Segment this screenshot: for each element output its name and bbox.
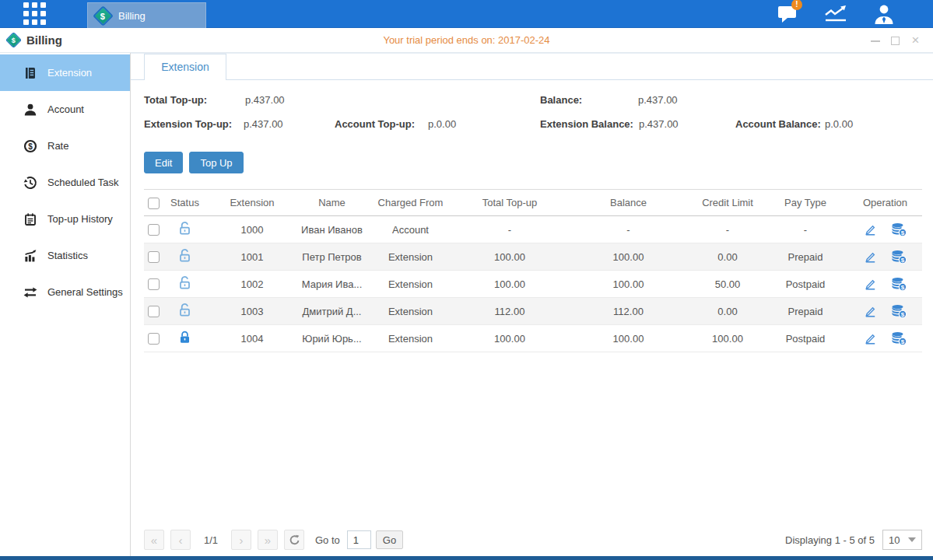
last-page-button[interactable]: »: [258, 530, 278, 550]
sidebar-item-account[interactable]: Account: [0, 91, 130, 128]
top-up-button[interactable]: Top Up: [189, 152, 243, 173]
status-locked-icon: [177, 330, 192, 345]
table-row: 1003 Дмитрий Д... Extension 112.00 112.0…: [144, 298, 922, 325]
taskbar-tab-label: Billing: [118, 10, 146, 22]
table-row: 1004 Юрий Юрь... Extension 100.00 100.00…: [144, 325, 922, 352]
col-total-topup: Total Top-up: [455, 190, 564, 216]
col-status: Status: [163, 190, 206, 216]
col-charged-from: Charged From: [366, 190, 455, 216]
maximize-icon[interactable]: [890, 35, 900, 45]
col-credit-limit: Credit Limit: [693, 190, 763, 216]
bar-chart-icon: [23, 249, 37, 263]
col-balance: Balance: [564, 190, 693, 216]
col-operation: Operation: [848, 190, 922, 216]
svg-text:$: $: [28, 142, 33, 150]
row-checkbox[interactable]: [148, 278, 160, 290]
account-balance-value: p.0.00: [825, 118, 853, 130]
sidebar-item-rate[interactable]: $ Rate: [0, 128, 130, 164]
user-icon[interactable]: [871, 4, 897, 24]
goto-page-input[interactable]: [347, 530, 371, 549]
chevron-down-icon: [908, 537, 916, 542]
status-unlocked-icon: [177, 221, 192, 236]
sidebar-item-label: Account: [47, 103, 84, 115]
app-launcher-icon[interactable]: [23, 2, 46, 25]
status-unlocked-icon: [177, 275, 192, 290]
edit-row-icon[interactable]: [863, 222, 878, 237]
balance-value: p.437.00: [638, 94, 678, 106]
taskbar-tab-billing[interactable]: $ Billing: [87, 2, 206, 28]
main-content: Extension Total Top-up: p.437.00 Balance…: [131, 53, 933, 556]
total-topup-value: p.437.00: [245, 94, 285, 106]
page-size-select[interactable]: 10: [882, 530, 922, 550]
table-row: 1002 Мария Ива... Extension 100.00 100.0…: [144, 271, 922, 298]
sidebar-item-label: General Settings: [47, 286, 123, 298]
edit-row-icon[interactable]: [863, 250, 878, 264]
row-checkbox[interactable]: [148, 224, 160, 236]
refresh-icon: [289, 534, 300, 546]
select-all-checkbox[interactable]: [148, 198, 160, 209]
person-icon: [23, 103, 37, 117]
edit-row-icon[interactable]: [863, 331, 878, 346]
sidebar-item-label: Extension: [47, 67, 92, 79]
sidebar-item-extension[interactable]: Extension: [0, 54, 130, 91]
notepad-icon: [23, 212, 37, 226]
window-controls: ×: [870, 35, 921, 45]
extension-table: Status Extension Name Charged From Total…: [144, 189, 922, 352]
sidebar-item-statistics[interactable]: Statistics: [0, 237, 130, 274]
top-up-row-icon[interactable]: $: [890, 303, 907, 319]
prev-page-button[interactable]: ‹: [170, 530, 191, 550]
extension-balance-label: Extension Balance:: [540, 118, 633, 130]
top-up-row-icon[interactable]: $: [890, 222, 907, 237]
sidebar-item-scheduled-task[interactable]: Scheduled Task: [0, 164, 130, 201]
statistics-chart-icon[interactable]: [823, 4, 849, 24]
trial-notice: Your trial period ends on: 2017-02-24: [0, 34, 933, 46]
col-name: Name: [298, 190, 366, 216]
col-pay-type: Pay Type: [763, 190, 848, 216]
sidebar-item-topup-history[interactable]: Top-up History: [0, 201, 130, 237]
billing-app-icon: $: [93, 5, 114, 26]
svg-text:$: $: [901, 338, 905, 345]
sidebar-item-label: Scheduled Task: [47, 177, 119, 188]
table-header-row: Status Extension Name Charged From Total…: [144, 190, 922, 216]
tab-extension[interactable]: Extension: [144, 54, 226, 80]
sidebar-item-label: Statistics: [47, 250, 88, 261]
go-button[interactable]: Go: [376, 530, 403, 549]
app-window: $ Billing !: [0, 0, 933, 560]
notification-badge: !: [791, 0, 802, 10]
account-balance-label: Account Balance:: [735, 118, 821, 130]
current-page-indicator: 1/1: [197, 534, 225, 546]
row-checkbox[interactable]: [148, 333, 160, 345]
status-unlocked-icon: [177, 303, 192, 317]
account-topup-label: Account Top-up:: [335, 118, 415, 130]
first-page-button[interactable]: «: [144, 530, 164, 550]
row-checkbox[interactable]: [148, 251, 160, 263]
col-extension: Extension: [206, 190, 298, 216]
refresh-button[interactable]: [284, 530, 304, 550]
edit-button[interactable]: Edit: [144, 152, 183, 173]
edit-row-icon[interactable]: [863, 304, 878, 319]
messages-icon[interactable]: !: [774, 4, 801, 24]
top-up-row-icon[interactable]: $: [890, 331, 907, 346]
status-unlocked-icon: [177, 248, 192, 263]
sidebar-item-general-settings[interactable]: General Settings: [0, 274, 130, 310]
extension-balance-value: p.437.00: [639, 118, 679, 130]
goto-label: Go to: [315, 534, 340, 546]
minimize-icon[interactable]: [870, 35, 880, 45]
next-page-button[interactable]: ›: [231, 530, 251, 550]
tab-strip: Extension: [131, 53, 933, 80]
close-icon[interactable]: ×: [910, 35, 921, 45]
top-up-row-icon[interactable]: $: [890, 249, 907, 264]
total-topup-label: Total Top-up:: [144, 94, 207, 106]
pagination-bar: « ‹ 1/1 › » Go to Go Displaying 1 - 5 of…: [144, 530, 922, 550]
top-up-row-icon[interactable]: $: [890, 276, 907, 292]
edit-row-icon[interactable]: [863, 277, 878, 292]
topbar: $ Billing !: [0, 0, 933, 28]
sidebar-item-label: Top-up History: [47, 213, 113, 225]
sidebar-item-label: Rate: [47, 140, 68, 152]
svg-text:$: $: [901, 257, 905, 264]
titlebar: $ Billing Your trial period ends on: 201…: [0, 28, 933, 53]
row-checkbox[interactable]: [148, 306, 160, 317]
table-row: 1000 Иван Иванов Account - - - - $: [144, 216, 922, 243]
page-title: Billing: [26, 33, 62, 47]
dollar-circle-icon: $: [23, 139, 37, 153]
